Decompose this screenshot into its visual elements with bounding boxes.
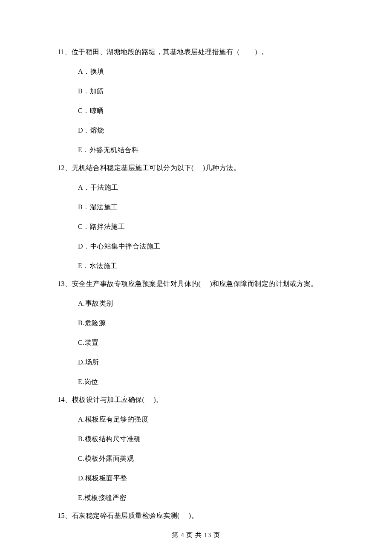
question-stem: 12、无机结合料稳定基层施工可以分为以下( )几种方法。 (58, 163, 334, 173)
option-e: E.岗位 (78, 377, 334, 387)
question-number: 15、 (58, 512, 72, 519)
question-stem: 15、石灰稳定碎石基层质量检验应实测( )。 (58, 511, 334, 521)
option-a: A．干法施工 (78, 182, 334, 193)
option-e: E．水法施工 (78, 261, 334, 271)
option-e: E．外掺无机结合料 (78, 145, 334, 155)
option-e: E.模板接缝严密 (78, 493, 334, 503)
question-14: 14、模板设计与加工应确保( )。 A.模板应有足够的强度 B.模板结构尺寸准确… (58, 395, 334, 503)
page-content: 11、位于稻田、湖塘地段的路堤，其基地表层处理措施有（ ）。 A．换填 B．加筋… (0, 0, 392, 555)
option-b: B.危险源 (78, 318, 334, 328)
question-15: 15、石灰稳定碎石基层质量检验应实测( )。 (58, 511, 334, 521)
question-options: A．干法施工 B．湿法施工 C．路拌法施工 D．中心站集中拌合法施工 E．水法施… (58, 182, 334, 271)
question-number: 11、 (58, 48, 72, 55)
question-12: 12、无机结合料稳定基层施工可以分为以下( )几种方法。 A．干法施工 B．湿法… (58, 163, 334, 271)
option-b: B．湿法施工 (78, 202, 334, 212)
question-text: 模板设计与加工应确保( )。 (72, 396, 163, 403)
question-text: 无机结合料稳定基层施工可以分为以下( )几种方法。 (72, 164, 241, 171)
option-d: D．熔烧 (78, 125, 334, 136)
question-options: A.事故类别 B.危险源 C.装置 D.场所 E.岗位 (58, 298, 334, 387)
option-d: D．中心站集中拌合法施工 (78, 241, 334, 251)
question-11: 11、位于稻田、湖塘地段的路堤，其基地表层处理措施有（ ）。 A．换填 B．加筋… (58, 47, 334, 155)
option-d: D.模板板面平整 (78, 473, 334, 483)
option-a: A．换填 (78, 66, 334, 77)
option-c: C.装置 (78, 338, 334, 348)
option-a: A.模板应有足够的强度 (78, 414, 334, 425)
question-stem: 13、安全生产事故专项应急预案是针对具体的( )和应急保障而制定的计划或方案。 (58, 279, 334, 289)
question-text: 位于稻田、湖塘地段的路堤，其基地表层处理措施有（ ）。 (72, 48, 268, 55)
question-number: 12、 (58, 164, 72, 171)
option-a: A.事故类别 (78, 298, 334, 309)
option-c: C.模板外露面美观 (78, 454, 334, 464)
question-13: 13、安全生产事故专项应急预案是针对具体的( )和应急保障而制定的计划或方案。 … (58, 279, 334, 387)
option-b: B．加筋 (78, 86, 334, 96)
option-d: D.场所 (78, 357, 334, 367)
option-c: C．晾晒 (78, 106, 334, 116)
question-number: 13、 (58, 280, 72, 287)
page-footer: 第 4 页 共 13 页 (0, 530, 392, 540)
question-stem: 11、位于稻田、湖塘地段的路堤，其基地表层处理措施有（ ）。 (58, 47, 334, 57)
question-number: 14、 (58, 396, 72, 403)
question-text: 安全生产事故专项应急预案是针对具体的( )和应急保障而制定的计划或方案。 (72, 280, 318, 287)
question-options: A．换填 B．加筋 C．晾晒 D．熔烧 E．外掺无机结合料 (58, 66, 334, 155)
option-c: C．路拌法施工 (78, 222, 334, 232)
question-stem: 14、模板设计与加工应确保( )。 (58, 395, 334, 405)
question-text: 石灰稳定碎石基层质量检验应实测( )。 (72, 512, 199, 519)
question-options: A.模板应有足够的强度 B.模板结构尺寸准确 C.模板外露面美观 D.模板板面平… (58, 414, 334, 503)
option-b: B.模板结构尺寸准确 (78, 434, 334, 444)
